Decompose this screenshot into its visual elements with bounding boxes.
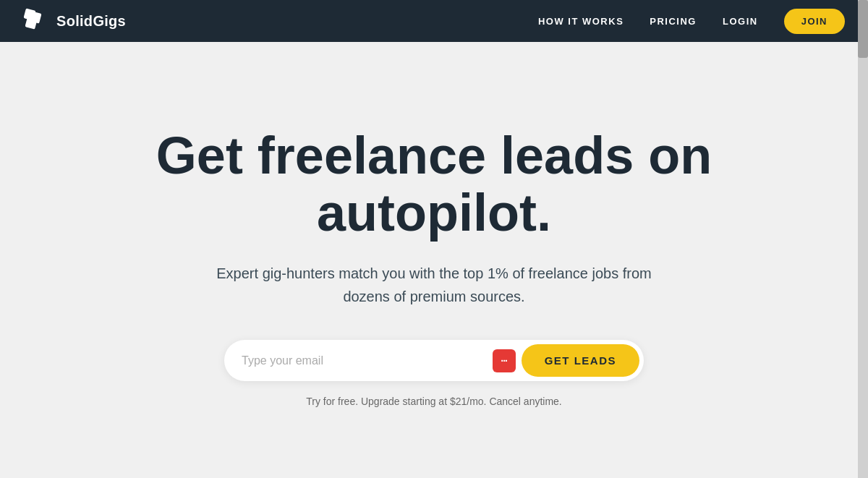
get-leads-button[interactable]: GET LEADS — [522, 344, 639, 377]
nav-how-it-works[interactable]: HOW IT WORKS — [538, 16, 624, 27]
scrollbar-track[interactable] — [858, 0, 868, 478]
email-form: ··· GET LEADS — [224, 340, 644, 381]
email-input[interactable] — [242, 347, 493, 375]
navbar: SolidGigs HOW IT WORKS PRICING LOGIN JOI… — [0, 0, 868, 42]
trial-text: Try for free. Upgrade starting at $21/mo… — [306, 396, 562, 407]
email-provider-icon: ··· — [493, 349, 516, 372]
hero-title-highlight: autopilot. — [317, 184, 551, 242]
hero-title: Get freelance leads on autopilot. — [156, 127, 712, 242]
nav-pricing[interactable]: PRICING — [650, 16, 697, 27]
nav-login[interactable]: LOGIN — [723, 16, 758, 27]
hero-section: Get freelance leads on autopilot. Expert… — [0, 42, 868, 478]
join-button[interactable]: JOIN — [784, 9, 845, 34]
scrollbar-thumb[interactable] — [858, 0, 868, 58]
logo-icon — [23, 8, 49, 34]
hero-title-line1: Get freelance leads on — [156, 127, 712, 184]
nav-links: HOW IT WORKS PRICING LOGIN JOIN — [538, 9, 845, 34]
hero-subtitle: Expert gig-hunters match you with the to… — [210, 262, 658, 308]
logo-text: SolidGigs — [56, 13, 126, 30]
logo-link[interactable]: SolidGigs — [23, 8, 126, 34]
